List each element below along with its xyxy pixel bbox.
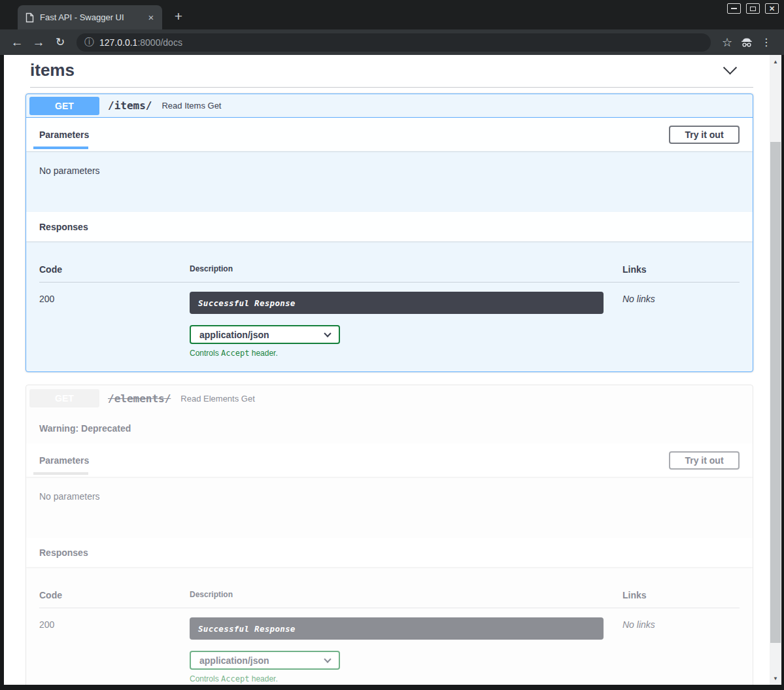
operation-description: Read Elements Get <box>180 394 254 404</box>
responses-body: Code Description Links 200 Successful Re… <box>26 241 753 371</box>
http-method-badge: GET <box>29 389 99 407</box>
no-parameters-text: No parameters <box>39 165 100 176</box>
tab-title: Fast API - Swagger UI <box>40 12 145 22</box>
response-row: 200 Successful Response application/json… <box>39 608 740 683</box>
url-host: 127.0.0.1 <box>99 37 137 48</box>
responses-body: Code Description Links 200 Successful Re… <box>26 567 753 685</box>
response-code: 200 <box>39 292 190 358</box>
browser-toolbar: ← → ↻ ⓘ 127.0.0.1:8000/docs ☆ ⋮ <box>0 29 784 55</box>
parameters-header: Parameters Try it out <box>26 118 753 151</box>
responses-table-header: Code Description Links <box>39 576 740 608</box>
chevron-down-icon <box>324 330 331 337</box>
links-column-header: Links <box>622 590 740 600</box>
response-links: No links <box>622 292 740 358</box>
response-row: 200 Successful Response application/json… <box>39 283 740 358</box>
scroll-up-icon[interactable]: ▲ <box>770 56 781 67</box>
opblock-get-items: GET /items/ Read Items Get Parameters Tr… <box>26 94 753 372</box>
page-scrollbar[interactable]: ▲ ▼ <box>770 55 781 685</box>
reload-button[interactable]: ↻ <box>51 33 69 52</box>
opblock-get-elements-deprecated: GET /elements/ Read Elements Get Warning… <box>26 385 753 685</box>
tag-section-header[interactable]: items <box>26 55 753 80</box>
browser-titlebar: Fast API - Swagger UI × + ✕ <box>0 0 784 29</box>
accept-header-note: Controls Accept header. <box>190 674 622 683</box>
operation-description: Read Items Get <box>162 101 221 111</box>
parameters-body: No parameters <box>26 151 753 212</box>
close-window-button[interactable]: ✕ <box>765 3 779 14</box>
page-viewport: items GET /items/ Read Items Get Paramet… <box>4 55 781 685</box>
incognito-icon <box>737 37 757 48</box>
response-code: 200 <box>39 617 190 683</box>
bookmark-star-icon[interactable]: ☆ <box>717 35 737 50</box>
operation-summary[interactable]: GET /elements/ Read Elements Get <box>26 385 753 411</box>
deprecated-warning: Warning: Deprecated <box>26 411 753 443</box>
page-document-icon <box>26 12 34 23</box>
media-type-select[interactable]: application/json <box>190 651 340 670</box>
address-bar[interactable]: ⓘ 127.0.0.1:8000/docs <box>77 33 711 52</box>
tag-title: items <box>30 60 753 80</box>
scrollbar-thumb[interactable] <box>770 142 781 643</box>
maximize-icon <box>750 7 756 11</box>
media-type-select[interactable]: application/json <box>190 325 340 344</box>
links-column-header: Links <box>622 264 740 275</box>
responses-table-header: Code Description Links <box>39 250 740 283</box>
maximize-button[interactable] <box>746 3 760 14</box>
operation-summary[interactable]: GET /items/ Read Items Get <box>26 94 753 118</box>
response-description-box: Successful Response <box>190 292 604 314</box>
operation-path: /elements/ <box>108 392 171 405</box>
browser-tab[interactable]: Fast API - Swagger UI × <box>18 5 162 29</box>
parameters-tab: Parameters <box>39 118 89 151</box>
active-tab-underline <box>33 147 88 149</box>
code-column-header: Code <box>39 590 190 600</box>
responses-header: Responses <box>26 212 753 241</box>
forward-button[interactable]: → <box>29 33 48 52</box>
window-controls: ✕ <box>727 3 779 14</box>
site-info-icon[interactable]: ⓘ <box>84 36 94 48</box>
responses-header: Responses <box>26 538 753 567</box>
scroll-down-icon[interactable]: ▼ <box>770 673 781 683</box>
minimize-icon <box>731 8 737 9</box>
http-method-badge: GET <box>29 97 99 115</box>
response-links: No links <box>622 617 740 683</box>
active-tab-underline <box>33 472 88 475</box>
no-parameters-text: No parameters <box>39 491 100 502</box>
code-column-header: Code <box>39 264 190 275</box>
parameters-header: Parameters Try it out <box>26 443 753 477</box>
accept-header-note: Controls Accept header. <box>190 349 622 358</box>
response-description-box: Successful Response <box>190 617 604 640</box>
description-column-header: Description <box>190 264 622 275</box>
parameters-tab: Parameters <box>39 443 89 477</box>
response-description-cell: Successful Response application/json Con… <box>190 292 622 358</box>
try-it-out-button[interactable]: Try it out <box>669 126 740 144</box>
operation-path: /items/ <box>108 99 152 112</box>
chevron-down-icon <box>324 655 331 663</box>
minimize-button[interactable] <box>727 3 741 14</box>
browser-menu-icon[interactable]: ⋮ <box>757 36 776 48</box>
back-button[interactable]: ← <box>8 33 26 52</box>
new-tab-button[interactable]: + <box>170 8 187 25</box>
url-path: :8000/docs <box>137 37 182 48</box>
try-it-out-button[interactable]: Try it out <box>669 451 740 470</box>
description-column-header: Description <box>190 590 622 600</box>
parameters-body: No parameters <box>26 477 753 538</box>
response-description-cell: Successful Response application/json Con… <box>190 617 622 683</box>
section-divider <box>30 87 753 88</box>
close-tab-icon[interactable]: × <box>145 12 157 24</box>
swagger-page: items GET /items/ Read Items Get Paramet… <box>4 55 770 685</box>
